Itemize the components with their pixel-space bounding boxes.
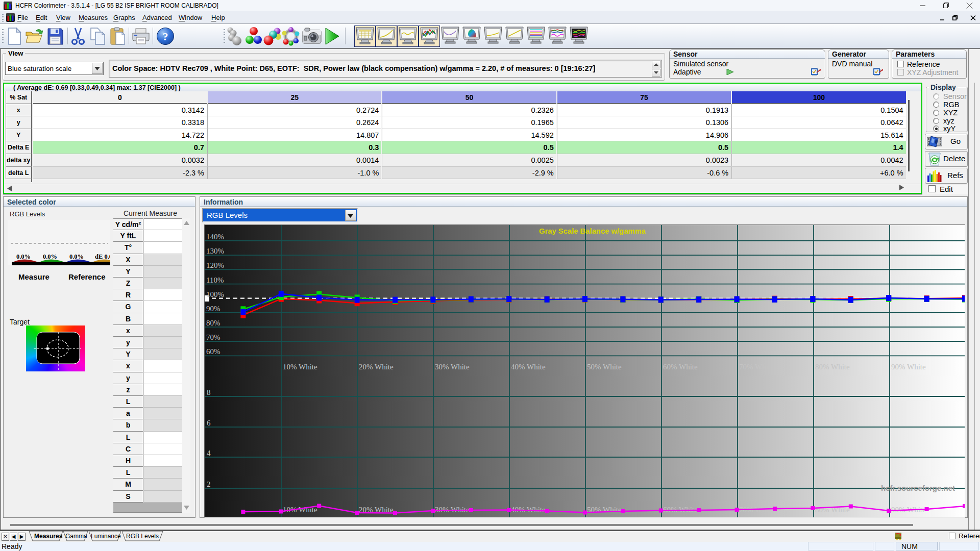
svg-text:Gamma: Gamma	[65, 533, 87, 540]
svg-text:0.0%: 0.0%	[69, 253, 84, 260]
svg-text:RGB Levels: RGB Levels	[126, 533, 159, 540]
svg-text:90%: 90%	[206, 305, 220, 313]
svg-text:8: 8	[207, 388, 211, 396]
svg-text:Luminance: Luminance	[91, 533, 121, 540]
svg-text:140%: 140%	[206, 233, 224, 241]
svg-text:dE 0.0: dE 0.0	[95, 253, 110, 260]
svg-text:2: 2	[207, 480, 211, 488]
svg-text:Measures: Measures	[34, 533, 63, 540]
svg-text:30% White: 30% White	[435, 363, 470, 371]
svg-text:110%: 110%	[206, 276, 224, 284]
svg-text:Gray Scale Balance w/gamma: Gray Scale Balance w/gamma	[539, 227, 646, 235]
svg-text:90% White: 90% White	[891, 363, 926, 371]
svg-text:120%: 120%	[206, 261, 224, 269]
svg-text:130%: 130%	[206, 247, 224, 255]
svg-text:10% White: 10% White	[283, 363, 317, 371]
svg-text:0.0%: 0.0%	[43, 253, 57, 260]
svg-text:40% White: 40% White	[511, 363, 546, 371]
svg-text:?: ?	[163, 30, 168, 43]
svg-text:0.0%: 0.0%	[16, 253, 31, 260]
svg-text:100%: 100%	[206, 290, 224, 298]
svg-text:80% White: 80% White	[815, 363, 850, 371]
svg-text:4: 4	[207, 449, 211, 457]
svg-text:60% White: 60% White	[663, 363, 698, 371]
svg-text:50% White: 50% White	[587, 363, 622, 371]
svg-text:70%: 70%	[206, 333, 220, 341]
svg-text:20% White: 20% White	[359, 363, 394, 371]
svg-text:hcfr.sourceforge.net: hcfr.sourceforge.net	[881, 484, 955, 492]
svg-text:6: 6	[207, 419, 211, 427]
svg-text:80%: 80%	[206, 319, 220, 327]
svg-text:60%: 60%	[206, 347, 220, 356]
svg-text:70% White: 70% White	[739, 363, 774, 371]
